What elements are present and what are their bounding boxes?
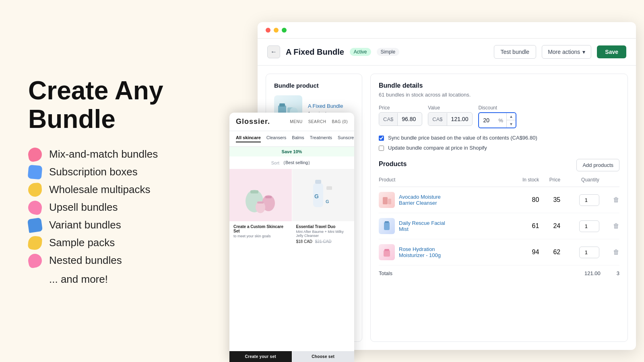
product-1-delete-button[interactable]: 🗑 xyxy=(613,196,619,203)
product-thumbnail-3 xyxy=(379,244,395,260)
product-1-link[interactable]: Avocado MoistureBarrier Cleanser xyxy=(399,194,441,206)
svg-rect-4 xyxy=(383,197,388,204)
product-1-price: 35 xyxy=(539,187,560,213)
price-field: Price CA$ 96.80 xyxy=(379,105,422,128)
price-row: Price CA$ 96.80 Value CA$ 121.00 xyxy=(379,105,619,128)
products-table: Product In stock Price Quantity xyxy=(379,177,619,265)
cat-cleansers[interactable]: Cleansers xyxy=(266,135,287,142)
list-item: Mix-and-match bundles xyxy=(28,148,201,161)
dot-icon xyxy=(28,165,43,179)
col-price: Price xyxy=(539,177,560,187)
svg-rect-5 xyxy=(388,199,391,204)
product-link[interactable]: A Fixed Bundle xyxy=(308,103,343,109)
bundle-list: Mix-and-match bundles Subscription boxes… xyxy=(28,148,201,267)
decrement-button[interactable]: ▼ xyxy=(507,120,516,128)
product-3-stock: 94 xyxy=(507,239,539,265)
product-row-info: Daily Rescue FacialMist xyxy=(379,218,507,234)
svg-rect-20 xyxy=(326,186,332,190)
mobile-topbar: Glossier. MENU SEARCH BAG (0) xyxy=(229,113,354,131)
products-title: Products xyxy=(379,160,407,168)
sync-checkbox[interactable] xyxy=(379,136,384,141)
sort-bar: Sort ｛Best selling｝ xyxy=(229,156,354,169)
left-panel: Create Any Bundle Mix-and-match bundles … xyxy=(0,52,225,310)
bundle-title: A Fixed Bundle xyxy=(286,47,344,57)
nav-bag[interactable]: BAG (0) xyxy=(332,119,348,124)
chevron-down-icon: ▾ xyxy=(582,49,585,55)
compare-label: Update bundle compare at price in Shopif… xyxy=(388,145,487,151)
product-2-delete-button[interactable]: 🗑 xyxy=(613,222,619,229)
svg-text:G: G xyxy=(326,199,329,204)
dot-icon xyxy=(28,182,43,197)
product-3-delete-button[interactable]: 🗑 xyxy=(613,249,619,255)
create-set-button[interactable]: Create your set xyxy=(229,351,292,362)
nav-menu[interactable]: MENU xyxy=(290,119,302,124)
discount-stepper[interactable]: ▲ ▼ xyxy=(506,113,516,128)
close-dot[interactable] xyxy=(266,28,270,33)
mobile-window: Glossier. MENU SEARCH BAG (0) All skinca… xyxy=(229,113,354,362)
price-input-wrap[interactable]: CA$ 96.80 xyxy=(379,112,422,126)
maximize-dot[interactable] xyxy=(282,28,287,33)
sync-checkbox-row: Sync bundle price based on the value of … xyxy=(379,135,619,141)
simple-badge: Simple xyxy=(377,48,400,56)
list-item: Variant bundles xyxy=(28,218,201,232)
value-input-wrap: CA$ 121.00 xyxy=(428,112,473,126)
sort-value[interactable]: ｛Best selling｝ xyxy=(281,160,312,166)
svg-rect-7 xyxy=(385,221,389,223)
col-in-stock: In stock xyxy=(507,177,539,187)
totals-row: Totals 121.00 3 xyxy=(379,265,619,276)
products-header: Products Add products xyxy=(379,159,619,171)
cat-treatments[interactable]: Treatments xyxy=(310,135,332,142)
discount-input-wrap[interactable]: 20 % ▲ ▼ xyxy=(478,112,516,128)
cat-sunscreen[interactable]: Sunscreen xyxy=(338,135,354,142)
product-row-info: Rose HydrationMoisturizer - 100g xyxy=(379,244,507,260)
mobile-product-image-2: G G xyxy=(292,169,355,221)
product-1-qty-input[interactable] xyxy=(579,194,599,206)
mobile-product-1-name: Create a Custom Skincare Set xyxy=(233,224,288,233)
choose-set-button[interactable]: Choose set xyxy=(292,351,355,362)
list-item: Sample packs xyxy=(28,236,201,250)
mobile-products-grid: Create a Custom Skincare Set to meet you… xyxy=(229,169,354,362)
percent-suffix: % xyxy=(495,114,506,127)
compare-checkbox[interactable] xyxy=(379,146,384,151)
svg-rect-11 xyxy=(250,190,258,193)
discount-value[interactable]: 20 xyxy=(479,114,495,127)
product-2-stock: 61 xyxy=(507,213,539,239)
cat-balms[interactable]: Balms xyxy=(292,135,304,142)
value-field: Value CA$ 121.00 xyxy=(428,105,473,128)
svg-rect-13 xyxy=(265,196,272,198)
glossier-logo: Glossier. xyxy=(236,117,270,126)
product-2-link[interactable]: Daily Rescue FacialMist xyxy=(399,220,445,232)
browser-titlebar xyxy=(258,22,636,39)
mobile-product-image-1 xyxy=(229,169,292,221)
cat-all-skincare[interactable]: All skincare xyxy=(236,135,261,142)
col-quantity: Quantity xyxy=(560,177,599,187)
value-label: Value xyxy=(428,105,473,111)
test-bundle-button[interactable]: Test bundle xyxy=(494,45,537,59)
svg-rect-17 xyxy=(315,180,321,184)
compare-checkbox-row: Update bundle compare at price in Shopif… xyxy=(379,145,619,151)
mobile-product-card-2: G G Essential Travel Duo Mini After Baum… xyxy=(292,169,355,362)
list-item: Nested bundles xyxy=(28,254,201,267)
col-product: Product xyxy=(379,177,507,187)
add-products-button[interactable]: Add products xyxy=(576,159,619,171)
back-button[interactable]: ← xyxy=(267,45,280,58)
product-3-qty-input[interactable] xyxy=(579,247,599,258)
save-button[interactable]: Save xyxy=(597,45,626,58)
bundle-product-title: Bundle product xyxy=(274,82,354,89)
product-2-price: $18 CAD xyxy=(296,239,313,244)
dot-icon xyxy=(27,200,43,215)
mobile-product-2-desc: Mini After Baume + Mini Milky Jelly Clea… xyxy=(296,230,351,238)
mobile-product-2-name: Essential Travel Duo xyxy=(296,224,351,229)
increment-button[interactable]: ▲ xyxy=(507,113,516,120)
product-3-link[interactable]: Rose HydrationMoisturizer - 100g xyxy=(399,246,441,258)
mobile-categories: All skincare Cleansers Balms Treatments … xyxy=(229,131,354,147)
minimize-dot[interactable] xyxy=(274,28,279,33)
svg-rect-2 xyxy=(279,103,285,107)
app-header: ← A Fixed Bundle Active Simple Test bund… xyxy=(258,39,636,66)
table-row: Daily Rescue FacialMist 61 24 xyxy=(379,213,619,239)
totals-qty: 3 xyxy=(617,270,619,276)
active-badge: Active xyxy=(350,48,371,56)
product-2-qty-input[interactable] xyxy=(579,220,599,232)
more-actions-button[interactable]: More actions ▾ xyxy=(542,45,591,59)
nav-search[interactable]: SEARCH xyxy=(308,119,326,124)
